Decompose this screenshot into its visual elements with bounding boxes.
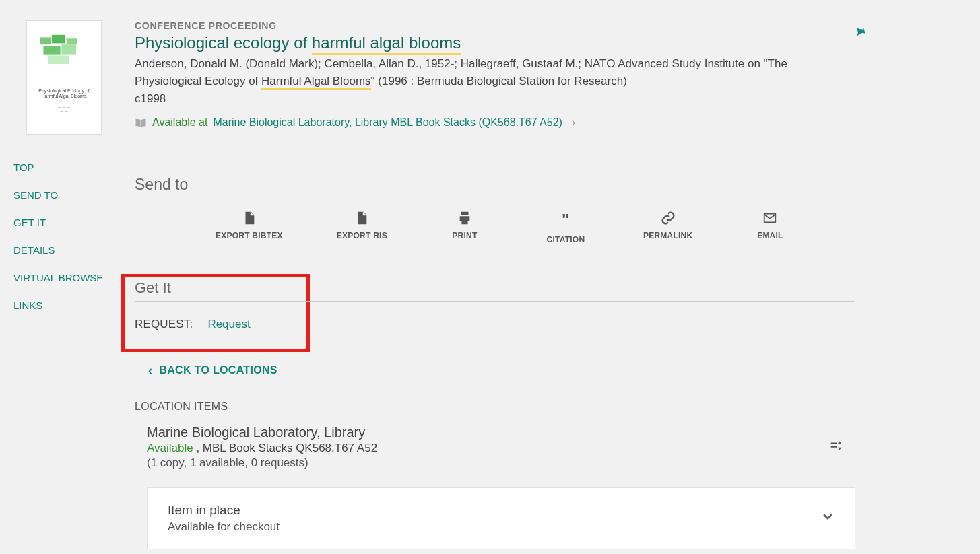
- chevron-left-icon: ‹: [148, 363, 152, 378]
- request-label: REQUEST:: [135, 318, 193, 331]
- record-year: c1998: [135, 92, 855, 106]
- item-availability: Available for checkout: [168, 520, 280, 534]
- record-type: CONFERENCE PROCEEDING: [135, 20, 855, 31]
- permalink-button[interactable]: PERMALINK: [643, 211, 693, 244]
- book-icon: [135, 117, 147, 128]
- nav-sendto[interactable]: SEND TO: [13, 189, 115, 201]
- getit-header: Get It: [135, 279, 855, 302]
- cover-thumbnail[interactable]: Physiological Ecology of Harmful Algal B…: [26, 20, 102, 135]
- item-status: Item in place: [168, 503, 280, 518]
- link-icon: [661, 211, 676, 226]
- section-nav: TOP SEND TO GET IT DETAILS VIRTUAL BROWS…: [13, 162, 115, 311]
- item-card[interactable]: Item in place Available for checkout: [147, 487, 855, 549]
- nav-top[interactable]: TOP: [13, 162, 115, 173]
- quote-icon: ": [562, 211, 570, 230]
- availability-row[interactable]: Available at Marine Biological Laborator…: [135, 116, 855, 129]
- export-bibtex-button[interactable]: EXPORT BIBTEX: [216, 211, 283, 244]
- nav-virtual-browse[interactable]: VIRTUAL BROWSE: [13, 272, 115, 283]
- cover-art: [34, 32, 94, 72]
- getit-section: Get It REQUEST: Request: [135, 279, 855, 331]
- library-name: Marine Biological Laboratory, Library: [147, 425, 855, 440]
- nav-getit[interactable]: GET IT: [13, 217, 115, 228]
- back-to-locations-link[interactable]: ‹ BACK TO LOCATIONS: [148, 363, 277, 378]
- request-link[interactable]: Request: [207, 318, 250, 331]
- record-title[interactable]: Physiological ecology of harmful algal b…: [135, 34, 855, 53]
- citation-button[interactable]: " CITATION: [542, 211, 589, 244]
- location-items-header: LOCATION ITEMS: [135, 401, 855, 413]
- email-button[interactable]: EMAIL: [746, 211, 793, 244]
- location-block: Marine Biological Laboratory, Library Av…: [147, 425, 855, 470]
- svg-rect-0: [40, 37, 51, 44]
- export-ris-button[interactable]: EXPORT RIS: [337, 211, 387, 244]
- print-button[interactable]: PRINT: [441, 211, 488, 244]
- sendto-actions: EXPORT BIBTEX EXPORT RIS PRINT " CITATIO…: [135, 211, 855, 244]
- availability-location-link[interactable]: Marine Biological Laboratory, Library MB…: [213, 116, 562, 129]
- availability-status: Available at: [152, 116, 207, 129]
- thumb-title: Physiological Ecology of Harmful Algal B…: [31, 88, 97, 98]
- print-icon: [457, 211, 472, 226]
- svg-rect-2: [67, 38, 77, 44]
- location-status: Available: [147, 442, 193, 454]
- svg-rect-1: [52, 35, 65, 44]
- nav-details[interactable]: DETAILS: [13, 244, 115, 256]
- svg-rect-5: [48, 55, 69, 64]
- chevron-right-icon: ›: [572, 116, 575, 129]
- location-shelf: , MBL Book Stacks QK568.T67 A52: [196, 442, 377, 454]
- email-icon: [762, 211, 777, 226]
- svg-rect-4: [61, 44, 76, 54]
- file-icon: [354, 211, 369, 226]
- record-authors: Anderson, Donald M. (Donald Mark); Cembe…: [135, 55, 855, 91]
- thumb-meta: — — —— —: [58, 105, 70, 113]
- sort-icon[interactable]: [828, 438, 843, 456]
- sendto-header: Send to: [135, 176, 855, 197]
- location-copies: (1 copy, 1 available, 0 requests): [147, 456, 855, 470]
- file-icon: [242, 211, 257, 226]
- svg-rect-3: [43, 46, 60, 55]
- nav-links[interactable]: LINKS: [13, 300, 115, 311]
- chevron-down-icon: [821, 510, 835, 526]
